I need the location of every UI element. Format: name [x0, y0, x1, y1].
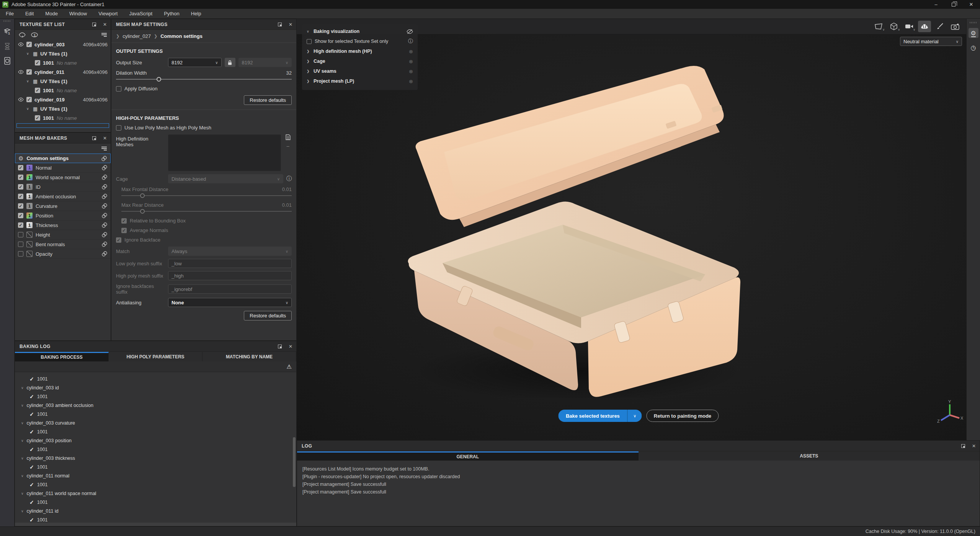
collapse-caret-icon[interactable]: ∨: [21, 474, 24, 478]
hp-mesh-row-label[interactable]: High definition mesh (HP): [314, 49, 372, 54]
baker-checkbox[interactable]: [18, 251, 23, 257]
minimize-button[interactable]: –: [927, 0, 945, 9]
tile-checkbox[interactable]: ✓: [35, 115, 40, 121]
link-icon[interactable]: [101, 232, 108, 238]
log-group[interactable]: ∨cylinder_003 curvature: [15, 418, 296, 427]
baker-row-height[interactable]: Height: [15, 230, 111, 240]
history-icon[interactable]: [3, 42, 12, 51]
baker-row-ambient-occlusion[interactable]: ✓ 1 Ambient occlusion: [15, 192, 111, 201]
baker-row-normal[interactable]: ✓ 1 Normal: [15, 163, 111, 173]
eye-slash-icon[interactable]: [407, 29, 413, 34]
link-icon[interactable]: [101, 193, 108, 199]
show-selected-only-checkbox[interactable]: [307, 39, 312, 44]
collapse-caret-icon[interactable]: ∨: [21, 439, 24, 443]
rendering-mode-button[interactable]: [949, 21, 962, 32]
tab-assets[interactable]: ASSETS: [639, 451, 980, 461]
link-icon[interactable]: [101, 155, 107, 162]
log-group[interactable]: ∨cylinder_011 id: [15, 507, 296, 515]
baker-row-thickness[interactable]: ✓ 1 Thickness: [15, 221, 111, 230]
menu-javascript[interactable]: JavaScript: [123, 9, 158, 19]
output-size-select[interactable]: 8192 ∨: [168, 58, 222, 67]
maximize-button[interactable]: [945, 0, 962, 9]
lock-ratio-button[interactable]: [225, 58, 235, 67]
environment-material-select[interactable]: Neutral material ∨: [900, 37, 962, 46]
menu-edit[interactable]: Edit: [20, 9, 39, 19]
menu-file[interactable]: File: [0, 9, 20, 19]
link-icon[interactable]: [101, 184, 108, 190]
resources-icon[interactable]: [3, 56, 12, 65]
link-icon[interactable]: [101, 251, 108, 257]
close-panel-icon[interactable]: ✕: [288, 22, 293, 27]
collapse-caret-icon[interactable]: ∨: [21, 404, 24, 407]
uv-tiles-row[interactable]: ∨ ▦ UV Tiles (1): [15, 49, 111, 58]
show-one-texture-set-icon[interactable]: 1: [31, 32, 38, 38]
baker-row-world-space-normal[interactable]: ✓ 1 World space normal: [15, 173, 111, 182]
remove-mesh-icon[interactable]: –: [286, 143, 289, 149]
baker-row-bent-normals[interactable]: Bent normals: [15, 240, 111, 249]
tab-high-poly-parameters[interactable]: HIGH POLY PARAMETERS: [109, 352, 203, 361]
history-button[interactable]: ◷: [969, 42, 978, 52]
detach-panel-icon[interactable]: [960, 443, 966, 449]
visibility-eye-icon[interactable]: [18, 98, 24, 101]
link-icon[interactable]: [101, 165, 108, 171]
project-mesh-row-label[interactable]: Project mesh (LP): [314, 78, 354, 84]
texture-set-checkbox[interactable]: ✓: [26, 69, 32, 75]
collapse-caret-icon[interactable]: ∨: [21, 492, 24, 495]
log-group[interactable]: ∨cylinder_003 id: [15, 383, 296, 392]
close-panel-icon[interactable]: ✕: [102, 22, 108, 27]
baking-mode-button[interactable]: [918, 21, 931, 32]
uv-tile-row[interactable]: ✓ 1001 No name: [15, 86, 111, 95]
tile-checkbox[interactable]: ✓: [35, 88, 40, 93]
texture-set-row[interactable]: ✓ cylinder_011 4096x4096: [15, 67, 111, 77]
menu-window[interactable]: Window: [64, 9, 93, 19]
collapse-caret-icon[interactable]: ∨: [21, 456, 24, 460]
restore-defaults-button[interactable]: Restore defaults: [244, 95, 292, 105]
log-panel-header[interactable]: LOG ✕: [297, 441, 980, 451]
collapse-caret-icon[interactable]: ∨: [26, 52, 30, 56]
visibility-off-icon[interactable]: ⊗: [409, 59, 413, 64]
collapse-caret-icon[interactable]: ∨: [26, 107, 30, 111]
menu-help[interactable]: Help: [185, 9, 207, 19]
mesh-map-bakers-header[interactable]: MESH MAP BAKERS ✕: [15, 133, 111, 144]
dock-grip[interactable]: [3, 20, 11, 22]
baker-row-curvature[interactable]: ✓ 1 Curvature: [15, 201, 111, 211]
link-icon[interactable]: [101, 241, 108, 247]
breadcrumb-set[interactable]: cylinder_027: [122, 33, 151, 39]
add-mesh-file-icon[interactable]: [286, 134, 291, 140]
breadcrumb-page[interactable]: Common settings: [160, 33, 203, 39]
link-icon[interactable]: [101, 212, 108, 219]
link-icon[interactable]: [101, 222, 108, 228]
baker-row-position[interactable]: ✓ 1 Position: [15, 211, 111, 221]
container-3d-model[interactable]: [402, 65, 750, 398]
mesh-map-settings-header[interactable]: MESH MAP SETTINGS ✕: [111, 19, 296, 30]
uv-tile-row[interactable]: ✓ 1001 No name: [15, 58, 111, 67]
texture-set-checkbox[interactable]: ✓: [26, 42, 32, 47]
detach-panel-icon[interactable]: [91, 136, 97, 141]
horizontal-scrollbar[interactable]: [15, 523, 296, 526]
dock-grip[interactable]: [970, 22, 977, 23]
visibility-off-icon[interactable]: ⊗: [409, 78, 413, 84]
tab-baking-process[interactable]: BAKING PROCESS: [15, 352, 109, 361]
camera-view-button[interactable]: ∨: [903, 21, 916, 32]
log-group[interactable]: ∨cylinder_011 normal: [15, 471, 296, 480]
collapse-caret-icon[interactable]: ∨: [26, 79, 30, 83]
antialiasing-select[interactable]: None ∨: [168, 298, 292, 307]
display-settings-button[interactable]: ⚙: [969, 28, 978, 38]
uv-seams-row-label[interactable]: UV seams: [314, 69, 336, 74]
detach-panel-icon[interactable]: [277, 344, 283, 349]
viewport-view-mode-button[interactable]: ∨: [872, 21, 885, 32]
log-group[interactable]: ∨cylinder_003 thickness: [15, 454, 296, 462]
visibility-eye-icon[interactable]: [18, 70, 24, 74]
menu-viewport[interactable]: Viewport: [93, 9, 123, 19]
collapse-caret-icon[interactable]: ∨: [21, 509, 24, 513]
baker-checkbox[interactable]: ✓: [18, 222, 23, 228]
close-panel-icon[interactable]: ✕: [288, 344, 293, 349]
painting-mode-button[interactable]: [933, 21, 946, 32]
collapse-caret-icon[interactable]: ∨: [307, 29, 310, 33]
bake-selected-textures-button[interactable]: Bake selected textures: [558, 410, 627, 422]
detach-panel-icon[interactable]: [277, 22, 283, 27]
baking-log-header[interactable]: BAKING LOG ✕: [15, 341, 296, 352]
expand-caret-icon[interactable]: ❯: [307, 49, 310, 53]
bake-options-dropdown-button[interactable]: ∨: [627, 410, 642, 422]
link-icon[interactable]: [101, 174, 108, 180]
